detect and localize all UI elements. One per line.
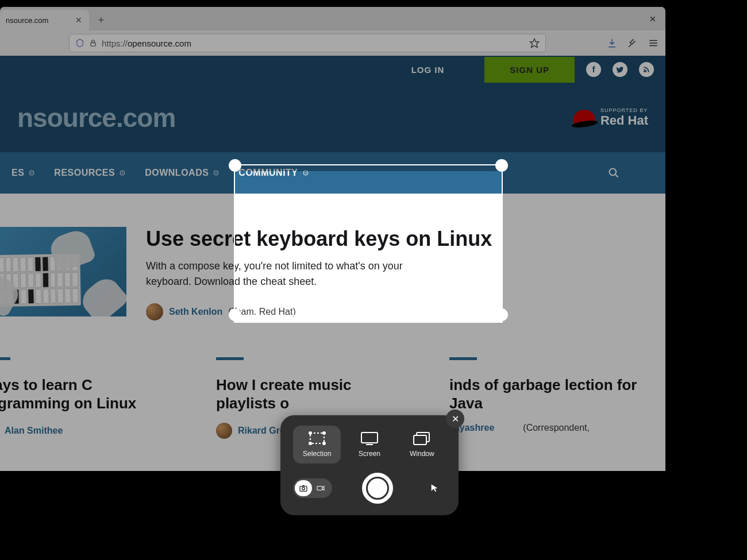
photo-video-toggle[interactable]	[293, 478, 332, 498]
mode-screen-button[interactable]: Screen	[345, 426, 393, 464]
chevron-down-icon	[213, 170, 219, 176]
site-logo[interactable]: nsource.com	[17, 102, 175, 133]
video-mode-icon[interactable]	[312, 480, 329, 496]
window-icon	[413, 431, 431, 445]
svg-rect-13	[361, 432, 378, 443]
redhat-supported-by: SUPPORTED BY	[600, 107, 648, 113]
mode-label: Window	[410, 450, 434, 458]
signup-button[interactable]: SIGN UP	[484, 57, 575, 83]
lock-icon	[89, 39, 97, 47]
svg-point-5	[214, 171, 218, 175]
svg-rect-0	[91, 43, 95, 46]
selection-handle-bl[interactable]	[229, 308, 241, 321]
svg-point-10	[323, 432, 325, 434]
screen-icon	[360, 431, 379, 445]
article-title[interactable]: ways to learn C rogramming on Linux	[0, 376, 182, 412]
toolbar-icons	[607, 38, 659, 48]
address-bar[interactable]: https://opensource.com	[69, 34, 546, 52]
svg-point-17	[302, 487, 305, 490]
shield-icon	[75, 38, 84, 48]
mode-label: Screen	[359, 450, 380, 458]
show-pointer-toggle[interactable]	[423, 484, 446, 493]
twitter-icon[interactable]	[613, 62, 627, 77]
svg-point-9	[309, 432, 311, 434]
hamburger-menu-icon[interactable]	[648, 38, 659, 48]
login-link[interactable]: LOG IN	[411, 65, 445, 75]
capture-action-row	[293, 473, 446, 504]
tab-close-icon[interactable]: ✕	[74, 16, 83, 25]
selection-handle-tr[interactable]	[495, 159, 508, 172]
article-card: inds of garbage lection for Java Jayashr…	[449, 357, 648, 438]
nav-item-categories[interactable]: ES	[11, 168, 34, 178]
mode-selection-button[interactable]: Selection	[293, 426, 341, 464]
svg-point-3	[29, 171, 34, 175]
avatar	[146, 303, 163, 320]
screenshot-selection[interactable]	[234, 164, 503, 316]
facebook-icon[interactable]: f	[586, 62, 601, 77]
accent-bar	[0, 357, 10, 360]
svg-point-11	[309, 442, 311, 445]
top-actions-bar: LOG IN SIGN UP f	[0, 56, 665, 83]
article-card: ways to learn C rogramming on Linux Alan…	[0, 357, 182, 438]
rss-icon[interactable]	[639, 62, 654, 77]
svg-point-2	[644, 71, 645, 72]
accent-bar	[216, 357, 244, 360]
svg-point-12	[323, 442, 325, 445]
selection-icon	[308, 431, 326, 445]
url-text: https://opensource.com	[102, 38, 525, 48]
nav-item-downloads[interactable]: DOWNLOADS	[145, 168, 219, 178]
capture-mode-row: Selection Screen Window	[293, 426, 446, 464]
downloads-icon[interactable]	[607, 38, 617, 48]
nav-item-resources[interactable]: RESOURCES	[54, 168, 125, 178]
article-title[interactable]: How I create music playlists o	[216, 376, 415, 412]
screenshot-toolbar: ✕ Selection Screen Window	[280, 415, 459, 515]
svg-rect-18	[317, 486, 322, 491]
author-link[interactable]: Alan Smithee	[5, 426, 63, 436]
redhat-label: Red Hat	[600, 113, 648, 128]
avatar	[216, 423, 232, 439]
svg-point-4	[120, 171, 125, 175]
svg-marker-1	[530, 39, 539, 48]
photo-mode-icon[interactable]	[295, 480, 312, 496]
url-toolbar: https://opensource.com	[0, 30, 665, 56]
author-link[interactable]: Rikard Gro	[238, 426, 286, 436]
redhat-sponsor[interactable]: SUPPORTED BY Red Hat	[573, 107, 648, 128]
chevron-down-icon	[29, 170, 34, 176]
brand-row: nsource.com SUPPORTED BY Red Hat	[0, 83, 665, 152]
browser-tab[interactable]: nsource.com ✕	[0, 10, 89, 30]
accent-bar	[449, 357, 477, 360]
tab-title: nsource.com	[6, 16, 70, 25]
selection-handle-tl[interactable]	[229, 159, 241, 172]
svg-point-7	[610, 169, 617, 176]
selection-handle-br[interactable]	[495, 308, 508, 321]
capture-button[interactable]	[362, 473, 393, 504]
mode-window-button[interactable]: Window	[398, 426, 446, 464]
redhat-hat-icon	[572, 108, 596, 127]
nav-search-icon[interactable]	[608, 167, 619, 179]
chevron-down-icon	[120, 170, 125, 176]
hero-image[interactable]	[0, 227, 126, 316]
new-tab-button[interactable]: +	[93, 11, 110, 29]
screenshot-close-button[interactable]: ✕	[446, 410, 464, 428]
window-close-button[interactable]: ✕	[640, 7, 665, 30]
article-title[interactable]: inds of garbage lection for Java	[449, 376, 648, 412]
author-role: (Correspondent,	[523, 423, 590, 433]
svg-rect-8	[310, 433, 324, 443]
tab-bar: nsource.com ✕ + ✕	[0, 7, 665, 30]
dev-tools-icon[interactable]	[627, 38, 638, 48]
svg-rect-15	[414, 435, 426, 445]
mode-label: Selection	[303, 450, 331, 458]
bookmark-star-icon[interactable]	[529, 38, 540, 48]
author-link[interactable]: Seth Kenlon	[169, 307, 222, 317]
